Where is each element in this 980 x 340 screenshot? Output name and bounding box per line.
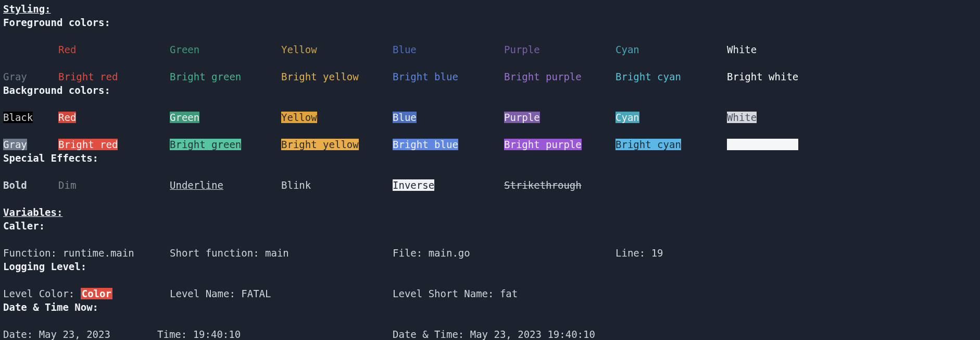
bg-bright-cyan: Bright cyan: [615, 139, 681, 150]
func-value: runtime.main: [62, 247, 134, 259]
fg-white: White: [727, 43, 838, 56]
bg-bright-blue: Bright blue: [393, 139, 458, 150]
lvlcolor-value: Color: [81, 288, 112, 299]
bg-heading: Background colors:: [3, 84, 110, 96]
fx-dim: Dim: [58, 178, 170, 192]
bg-bright-yellow: Bright yellow: [281, 139, 359, 150]
fg-purple: Purple: [504, 43, 615, 56]
fg-bright-cyan: Bright cyan: [615, 70, 727, 83]
fx-bold: Bold: [3, 178, 58, 192]
sfunc-label: Short function:: [170, 247, 265, 259]
date-label: Date:: [3, 329, 39, 340]
lvlname-label: Level Name:: [170, 288, 241, 299]
loglevel-heading: Logging Level:: [3, 261, 86, 272]
fg-bright-red: Bright red: [58, 70, 170, 83]
variables-heading: Variables:: [3, 207, 62, 218]
fx-inverse: Inverse: [393, 179, 434, 191]
line-label: Line:: [615, 247, 651, 259]
bg-row-2: GrayBright redBright greenBright yellowB…: [3, 124, 977, 151]
lvlname-value: FATAL: [241, 288, 271, 299]
fg-bright-green: Bright green: [170, 70, 281, 83]
dt-label: Date & Time:: [393, 329, 470, 340]
fg-bright-blue: Bright blue: [393, 70, 504, 83]
bg-green: Green: [170, 112, 199, 123]
bg-red: Red: [58, 112, 76, 123]
bg-cyan: Cyan: [615, 112, 639, 123]
fx-strike: Strikethrough: [504, 178, 615, 192]
lvlcolor-label: Level Color:: [3, 288, 81, 299]
bg-yellow: Yellow: [281, 112, 317, 123]
bg-bright-white: Bright white: [727, 139, 798, 150]
fg-cyan: Cyan: [615, 43, 727, 56]
styling-heading: Styling:: [3, 3, 51, 15]
bg-bright-red: Bright red: [58, 139, 118, 150]
bg-blue: Blue: [393, 112, 417, 123]
bg-bright-green: Bright green: [170, 139, 241, 150]
fx-heading: Special Effects:: [3, 152, 98, 164]
bg-black: Black: [3, 112, 33, 123]
fx-blink: Blink: [281, 178, 393, 192]
bg-gray: Gray: [3, 139, 27, 150]
bg-row-1: BlackRedGreenYellowBluePurpleCyanWhite: [3, 97, 977, 124]
fx-row: BoldDimUnderlineBlinkInverseStrikethroug…: [3, 165, 977, 192]
date-value: May 23, 2023: [39, 329, 110, 340]
time-value: 19:40:10: [193, 329, 241, 340]
fg-black: Black: [3, 43, 58, 56]
bg-purple: Purple: [504, 112, 540, 123]
caller-heading: Caller:: [3, 220, 45, 232]
datetime-row: Date: May 23, 2023Time: 19:40:10Date & T…: [3, 314, 977, 340]
dt-value: May 23, 2023 19:40:10: [470, 329, 595, 340]
datetime-heading: Date & Time Now:: [3, 301, 98, 313]
file-label: File:: [393, 247, 429, 259]
fg-heading: Foreground colors:: [3, 17, 110, 28]
fx-underline: Underline: [170, 178, 281, 192]
file-value: main.go: [429, 247, 470, 259]
bg-white: White: [727, 112, 757, 123]
fg-blue: Blue: [393, 43, 504, 56]
sfunc-value: main: [265, 247, 289, 259]
caller-row: Function: runtime.mainShort function: ma…: [3, 233, 977, 260]
lvlshort-value: fat: [500, 288, 518, 299]
fg-red: Red: [58, 43, 170, 56]
fg-yellow: Yellow: [281, 43, 393, 56]
bg-bright-purple: Bright purple: [504, 139, 582, 150]
fg-bright-yellow: Bright yellow: [281, 70, 393, 83]
terminal-screen: Styling: Foreground colors: BlackRedGree…: [0, 0, 980, 340]
func-label: Function:: [3, 247, 62, 259]
line-value: 19: [651, 247, 663, 259]
fg-green: Green: [170, 43, 281, 56]
fg-row-2: GrayBright redBright greenBright yellowB…: [3, 56, 977, 83]
fg-bright-white: Bright white: [727, 70, 838, 83]
loglevel-row: Level Color: ColorLevel Name: FATALLevel…: [3, 273, 977, 300]
fg-bright-purple: Bright purple: [504, 70, 615, 83]
fg-gray: Gray: [3, 70, 58, 83]
lvlshort-label: Level Short Name:: [393, 288, 500, 299]
fg-row-1: BlackRedGreenYellowBluePurpleCyanWhite: [3, 29, 977, 56]
time-label: Time:: [157, 329, 193, 340]
